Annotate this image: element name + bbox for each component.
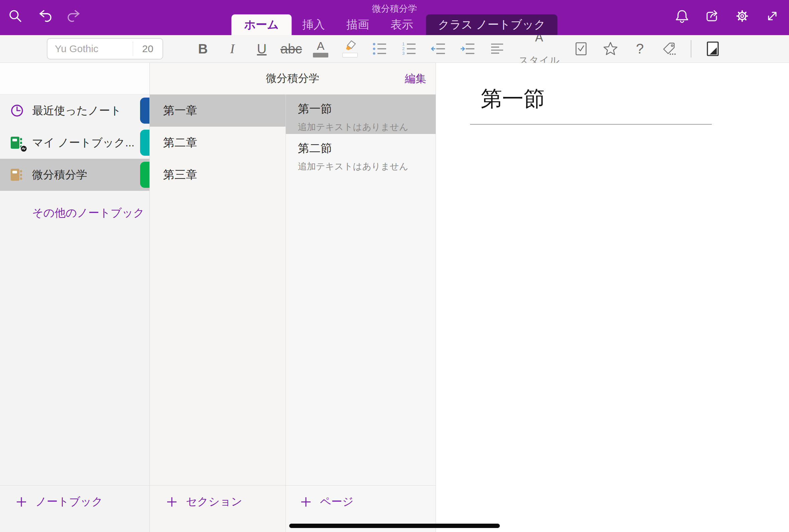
add-notebook-button[interactable]: ノートブック (15, 494, 149, 509)
notebook-panel-body: 第一章 第二章 第三章 セクション (150, 95, 436, 532)
sidebar-item-label: マイ ノートブック... (32, 135, 134, 150)
page-title-field[interactable]: 第一節 (481, 84, 789, 113)
indent-icon (460, 41, 476, 57)
bullet-list-button[interactable] (372, 39, 388, 58)
sections-footer: セクション (150, 485, 285, 532)
page-item-title: 第一節 (298, 101, 436, 117)
font-size-value[interactable]: 20 (133, 43, 163, 55)
notebooks-sidebar: 最近使ったノート (0, 63, 150, 532)
tab-draw[interactable]: 描画 (336, 14, 380, 35)
notebook-color-tab-green (140, 162, 149, 188)
bold-button[interactable]: B (195, 39, 211, 58)
outdent-icon (430, 41, 446, 57)
font-name-value[interactable]: Yu Gothic (48, 43, 133, 55)
sidebar-footer: ノートブック (0, 485, 149, 532)
sidebar-header (0, 63, 149, 95)
checkbox-icon (573, 41, 589, 57)
home-indicator[interactable] (289, 524, 500, 528)
font-color-button[interactable]: A (313, 39, 328, 58)
pages-column: 第一節 追加テキストはありません 第二節 追加テキストはありません (286, 95, 436, 532)
more-tags-button[interactable] (661, 39, 677, 58)
highlight-color-swatch (342, 53, 358, 57)
page-list: 第一節 追加テキストはありません 第二節 追加テキストはありません (286, 95, 436, 485)
sidebar-item-recent-notes[interactable]: 最近使ったノート (0, 95, 149, 127)
share-icon (704, 8, 720, 24)
star-icon (602, 41, 619, 57)
tag-icon (661, 41, 677, 57)
svg-text:3: 3 (402, 51, 405, 56)
font-selector[interactable]: Yu Gothic 20 (47, 38, 163, 59)
bell-icon (674, 8, 690, 24)
highlight-button[interactable] (342, 39, 358, 58)
section-item-1[interactable]: 第一章 (150, 95, 285, 127)
add-page-button[interactable]: ページ (299, 494, 436, 509)
font-color-swatch (313, 53, 328, 57)
sidebar-item-calculus[interactable]: 微分積分学 (0, 159, 149, 191)
bullet-list-icon (372, 41, 388, 57)
clock-icon (10, 103, 25, 118)
numbered-list-icon: 123 (401, 41, 417, 57)
sidebar-item-label: 微分積分学 (32, 167, 87, 183)
strikethrough-button[interactable]: abc (283, 39, 299, 58)
plus-icon (299, 495, 313, 509)
italic-button[interactable]: I (224, 39, 240, 58)
notebook-icon (10, 167, 25, 183)
notebook-panel-header: 微分積分学 編集 (150, 63, 436, 95)
alignment-button[interactable] (489, 39, 505, 58)
page-item-2[interactable]: 第二節 追加テキストはありません (286, 134, 436, 173)
notebook-title: 微分積分学 (266, 71, 320, 86)
sync-badge-icon (20, 145, 27, 152)
more-notebooks-link[interactable]: その他のノートブック (0, 206, 149, 221)
sidebar-item-label: 最近使ったノート (32, 103, 121, 118)
add-page-label: ページ (320, 494, 354, 509)
add-notebook-label: ノートブック (35, 494, 103, 509)
edit-button[interactable]: 編集 (405, 63, 426, 95)
tab-class-notebook[interactable]: クラス ノートブック (426, 14, 558, 35)
page-panel-icon (705, 41, 721, 57)
align-icon (489, 41, 505, 57)
sections-column: 第一章 第二章 第三章 セクション (150, 95, 286, 532)
notebook-window-title: 微分積分学 (0, 3, 789, 15)
svg-text:2: 2 (402, 46, 405, 51)
numbered-list-button[interactable]: 123 (401, 39, 417, 58)
notebook-list: 最近使ったノート (0, 95, 149, 485)
notebook-color-tab-teal (140, 130, 149, 156)
outdent-button[interactable] (430, 39, 446, 58)
todo-tag-button[interactable] (573, 39, 589, 58)
tab-insert[interactable]: 挿入 (292, 14, 336, 35)
question-tag-button[interactable]: ? (632, 39, 648, 58)
gear-icon (734, 8, 750, 24)
indent-button[interactable] (460, 39, 476, 58)
important-tag-button[interactable] (602, 39, 619, 58)
styles-button[interactable]: A スタイル (519, 39, 560, 58)
plus-icon (15, 495, 28, 509)
share-button[interactable] (704, 8, 720, 24)
format-toolbar: Yu Gothic 20 B I U abc A 123 (0, 35, 789, 63)
section-list: 第一章 第二章 第三章 (150, 95, 285, 485)
section-item-3[interactable]: 第三章 (150, 159, 285, 191)
tab-view[interactable]: 表示 (380, 14, 424, 35)
settings-button[interactable] (734, 8, 750, 24)
sidebar-item-my-notebook[interactable]: マイ ノートブック... (0, 127, 149, 159)
tab-home[interactable]: ホーム (231, 14, 292, 35)
expand-icon (764, 8, 780, 24)
fullscreen-button[interactable] (764, 8, 780, 24)
toolbar-divider (691, 40, 691, 57)
notebook-color-tab-blue (140, 98, 149, 124)
add-section-label: セクション (186, 494, 242, 509)
add-section-button[interactable]: セクション (165, 494, 285, 509)
notifications-button[interactable] (674, 8, 690, 24)
svg-text:1: 1 (402, 41, 405, 46)
page-panel-button[interactable] (705, 39, 721, 58)
underline-button[interactable]: U (254, 39, 270, 58)
page-item-subtitle: 追加テキストはありません (298, 160, 436, 172)
page-canvas[interactable]: 第一節 (436, 63, 789, 532)
page-item-1[interactable]: 第一節 追加テキストはありません (286, 95, 436, 134)
plus-icon (165, 495, 179, 509)
ribbon-tab-bar: ホーム 挿入 描画 表示 クラス ノートブック (231, 14, 557, 35)
section-item-2[interactable]: 第二章 (150, 127, 285, 159)
topbar-right-actions (674, 8, 780, 24)
notebook-icon (10, 135, 25, 150)
highlighter-icon (342, 40, 358, 52)
page-item-title: 第二節 (298, 141, 436, 156)
